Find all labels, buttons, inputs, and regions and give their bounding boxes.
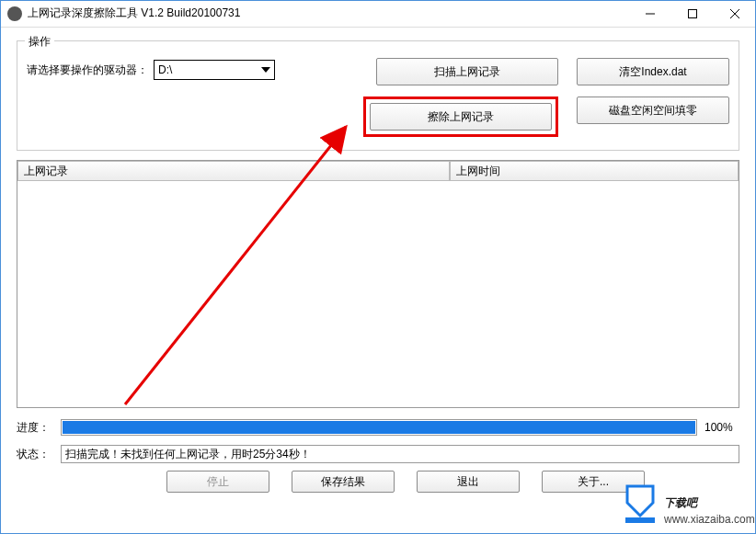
svg-rect-5	[625, 517, 655, 523]
status-text: 扫描完成！未找到任何上网记录，用时25分34秒！	[61, 445, 739, 463]
erase-button[interactable]: 擦除上网记录	[370, 103, 552, 131]
col-record[interactable]: 上网记录	[17, 161, 450, 181]
close-button[interactable]	[714, 0, 756, 28]
exit-button[interactable]: 退出	[417, 471, 520, 493]
drive-select-value: D:\	[158, 63, 172, 76]
stop-button: 停止	[166, 471, 269, 493]
erase-button-highlight: 擦除上网记录	[363, 97, 558, 137]
col-time[interactable]: 上网时间	[450, 161, 739, 181]
titlebar: 上网记录深度擦除工具 V1.2 Build20100731	[0, 0, 756, 28]
drive-select[interactable]: D:\	[154, 60, 275, 80]
operation-group: 操作 请选择要操作的驱动器： D:\ 扫描上网记录 清空Index.dat 擦除…	[17, 40, 739, 151]
app-icon	[7, 6, 22, 21]
window-title: 上网记录深度擦除工具 V1.2 Build20100731	[28, 6, 629, 21]
maximize-button[interactable]	[671, 0, 714, 28]
fill-zero-button[interactable]: 磁盘空闲空间填零	[577, 97, 729, 124]
group-legend: 操作	[25, 34, 54, 50]
save-result-button[interactable]: 保存结果	[292, 471, 395, 493]
status-label: 状态：	[17, 447, 61, 462]
scan-button[interactable]: 扫描上网记录	[376, 58, 558, 85]
svg-rect-1	[689, 9, 697, 17]
list-header: 上网记录 上网时间	[17, 161, 739, 181]
clear-index-button[interactable]: 清空Index.dat	[577, 58, 729, 85]
progress-percent: 100%	[704, 421, 739, 434]
progress-fill	[63, 421, 695, 434]
svg-text:下载吧: 下载吧	[664, 496, 699, 509]
chevron-down-icon	[261, 67, 270, 73]
minimize-button[interactable]	[629, 0, 671, 28]
drive-select-label: 请选择要操作的驱动器：	[27, 62, 148, 78]
progress-bar	[61, 419, 697, 436]
svg-text:www.xiazaiba.com: www.xiazaiba.com	[663, 513, 755, 526]
progress-label: 进度：	[17, 420, 61, 436]
watermark: 下载吧 www.xiazaiba.com	[609, 481, 756, 534]
records-list[interactable]: 上网记录 上网时间	[17, 160, 739, 408]
